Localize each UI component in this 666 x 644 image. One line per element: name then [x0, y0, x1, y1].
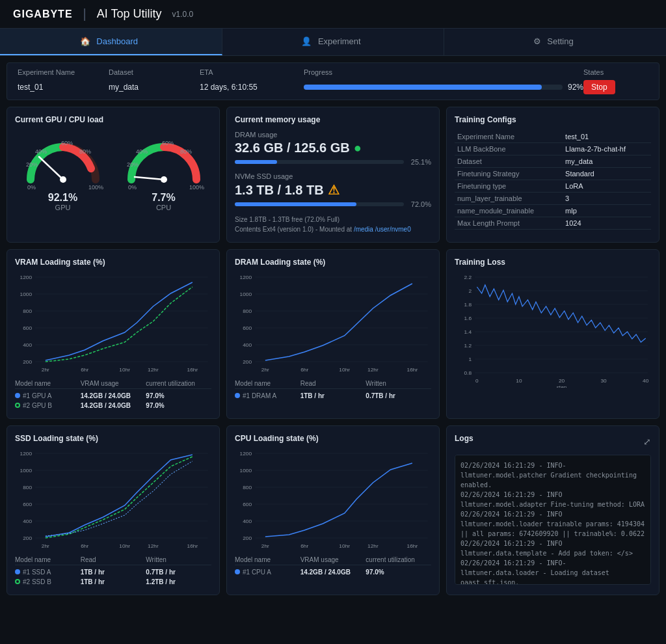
svg-point-1 — [60, 176, 66, 183]
nav-experiment[interactable]: 👤 Experiment — [222, 29, 445, 55]
svg-text:80%: 80% — [79, 148, 91, 155]
stop-button[interactable]: Stop — [583, 80, 615, 94]
config-table: Experiment Nametest_01LLM BackBoneLlama-… — [455, 131, 651, 230]
svg-text:12hr: 12hr — [367, 543, 379, 549]
config-key: Finetuning Strategy — [455, 168, 563, 180]
exp-eta-value: 12 days, 6:10:55 — [200, 83, 304, 92]
vram-legend-row-0: #1 GPU A 14.2GB / 24.0GB 97.0% — [15, 391, 211, 401]
ssd-chart-title: SSD Loading state (%) — [15, 434, 211, 443]
dram-chart-card: DRAM Loading state (%) 1200 1000 800 600… — [226, 249, 440, 419]
vram-chart-card: VRAM Loading state (%) 1200 1000 800 600… — [7, 249, 220, 419]
svg-text:2.2: 2.2 — [464, 275, 472, 280]
config-key: Max Length Prompt — [455, 217, 563, 230]
training-loss-svg: 2.2 2 1.8 1.6 1.4 1.2 1 0.8 0 10 20 30 4… — [455, 271, 651, 388]
svg-text:1.8: 1.8 — [464, 302, 472, 308]
nvme-value: 1.3 TB / 1.8 TB ⚠ — [235, 182, 431, 198]
dram-chart-area: 1200 1000 800 600 400 200 2hr 6hr 10hr 1… — [235, 271, 431, 375]
cpu-chart-title: CPU Loading state (%) — [235, 434, 431, 443]
exp-bar-row: test_01 my_data 12 days, 6:10:55 92% Sto… — [18, 80, 648, 94]
stop-button-wrap: Stop — [583, 80, 648, 94]
svg-text:400: 400 — [23, 518, 32, 524]
svg-text:1.4: 1.4 — [464, 329, 472, 335]
dashboard-icon: 🏠 — [80, 36, 90, 46]
svg-text:800: 800 — [243, 308, 252, 314]
col-progress: Progress — [304, 68, 583, 76]
config-row: Datasetmy_data — [455, 155, 651, 168]
config-value: 3 — [563, 193, 651, 205]
config-value: LoRA — [563, 180, 651, 193]
config-key: Finetuning type — [455, 180, 563, 193]
logo: GIGABYTE — [13, 8, 73, 20]
svg-text:0.8: 0.8 — [464, 370, 472, 376]
svg-text:1000: 1000 — [240, 291, 252, 297]
ssd-chart-card: SSD Loading state (%) 1200 1000 800 600 … — [7, 425, 220, 595]
svg-line-8 — [135, 177, 164, 180]
logs-header: Logs ⤢ — [455, 434, 651, 449]
dram-svg: 1200 1000 800 600 400 200 2hr 6hr 10hr 1… — [235, 271, 431, 375]
expand-logs-icon[interactable]: ⤢ — [643, 436, 651, 447]
svg-text:12hr: 12hr — [148, 367, 159, 373]
svg-text:6hr: 6hr — [300, 367, 308, 373]
dram-ok-icon: ● — [354, 141, 362, 155]
training-loss-card: Training Loss 2.2 2 1.8 1.6 1.4 1.2 1 — [446, 249, 659, 419]
svg-text:1000: 1000 — [20, 291, 33, 297]
svg-text:60%: 60% — [61, 140, 73, 146]
nav-setting[interactable]: ⚙ Setting — [444, 29, 666, 55]
log-line: 02/26/2024 16:21:29 - INFO llmtuner.mode… — [460, 509, 645, 539]
svg-text:40: 40 — [643, 378, 649, 384]
svg-text:1000: 1000 — [240, 468, 252, 474]
svg-text:12hr: 12hr — [367, 367, 379, 373]
svg-text:16hr: 16hr — [187, 543, 198, 549]
log-line: 02/26/2024 16:21:29 - INFO- llmtuner.dat… — [460, 558, 645, 585]
nav-dashboard-label: Dashboard — [96, 36, 138, 46]
ssd-legend-row-0: #1 SSD A 1TB / hr 0.7TB / hr — [15, 567, 211, 577]
cpu-gauge: 0% 20% 40% 60% 80% 100% 7.7% CPU — [122, 131, 206, 211]
nav-dashboard[interactable]: 🏠 Dashboard — [0, 29, 222, 55]
svg-text:10: 10 — [516, 378, 522, 384]
svg-text:20: 20 — [559, 378, 565, 384]
setting-icon: ⚙ — [533, 36, 541, 46]
svg-text:800: 800 — [23, 485, 32, 490]
vram-chart-title: VRAM Loading state (%) — [15, 258, 211, 267]
config-key: num_layer_trainable — [455, 193, 563, 205]
header-divider: | — [83, 7, 87, 21]
svg-text:10hr: 10hr — [119, 543, 130, 549]
config-row: name_module_trainablemlp — [455, 205, 651, 217]
config-value: my_data — [563, 155, 651, 168]
svg-text:16hr: 16hr — [407, 543, 418, 549]
config-value: test_01 — [563, 131, 651, 143]
nvme-label: NVMe SSD usage — [235, 172, 431, 180]
app-version: v1.0.0 — [172, 10, 193, 19]
exp-progress: 92% — [304, 83, 583, 92]
config-key: name_module_trainable — [455, 205, 563, 217]
svg-text:1200: 1200 — [240, 275, 252, 280]
svg-text:200: 200 — [243, 359, 252, 365]
dram-section: DRAM usage 32.6 GB / 125.6 GB ● 25.1% — [235, 131, 431, 166]
svg-text:2hr: 2hr — [42, 543, 49, 549]
nvme-section: NVMe SSD usage 1.3 TB / 1.8 TB ⚠ 72.0% — [235, 172, 431, 208]
dram-bar-inner — [235, 160, 277, 164]
experiment-icon: 👤 — [301, 36, 312, 46]
gpu-label: GPU — [55, 204, 71, 211]
logs-title: Logs — [455, 434, 473, 443]
svg-text:600: 600 — [243, 502, 252, 507]
svg-text:0%: 0% — [27, 184, 36, 189]
nvme-pct: 72.0% — [408, 200, 431, 208]
experiment-bar: Experiment Name Dataset ETA Progress Sta… — [7, 62, 659, 100]
svg-text:400: 400 — [243, 342, 252, 348]
dram-value: 32.6 GB / 125.6 GB ● — [235, 141, 431, 155]
mem-footer-size: Size 1.8TB - 1.3TB free (72.0% Full) — [235, 215, 431, 224]
vram-legend-row-1: #2 GPU B 14.2GB / 24.0GB 97.0% — [15, 401, 211, 410]
gpu-cpu-card: Current GPU / CPU load 0% 20% 40 — [7, 107, 220, 243]
vram-legend: Model name VRAM usage current utilizatio… — [15, 379, 211, 410]
svg-text:2hr: 2hr — [261, 543, 269, 549]
svg-text:800: 800 — [243, 485, 252, 490]
progress-bar-inner — [304, 85, 542, 90]
svg-text:1000: 1000 — [20, 468, 33, 474]
log-line: 02/26/2024 16:21:29 - INFO llmtuner.data… — [460, 539, 645, 558]
svg-text:100%: 100% — [88, 184, 103, 189]
svg-text:6hr: 6hr — [300, 543, 308, 549]
nvme-warn-icon: ⚠ — [328, 182, 340, 198]
col-dataset: Dataset — [109, 68, 200, 76]
dram-bar-outer — [235, 160, 404, 164]
